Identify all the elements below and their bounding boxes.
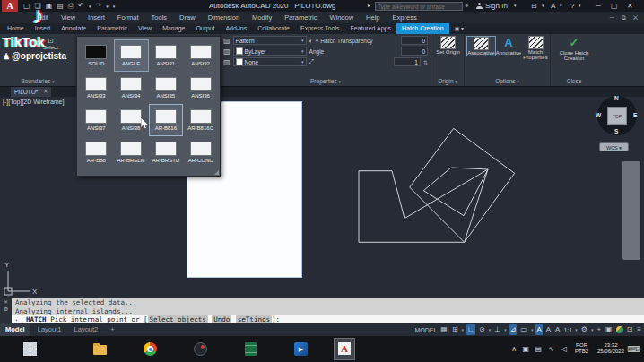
tab-collaborate[interactable]: Collaborate — [252, 23, 295, 34]
tab-express-tools[interactable]: Express Tools — [295, 23, 344, 34]
search-input[interactable] — [375, 2, 463, 11]
hardware-acceleration-icon[interactable] — [616, 326, 623, 333]
background-color-dropdown[interactable]: None▾ — [233, 57, 307, 66]
spreadsheet-app-icon[interactable] — [245, 341, 260, 357]
pattern-tile[interactable]: AR-CONC — [183, 136, 218, 168]
workspace-gear-icon[interactable]: ⚙ — [580, 324, 588, 335]
minimize-button[interactable]: ─ — [596, 0, 601, 12]
save-icon[interactable]: ▣ — [46, 2, 53, 10]
hatch-color-dropdown[interactable]: ByLayer▾ — [233, 47, 307, 56]
autodesk-app-icon[interactable]: A — [551, 0, 555, 12]
polar-caret-icon[interactable]: ▾ — [489, 327, 492, 332]
pattern-tile[interactable]: ANSI37 — [79, 104, 114, 136]
open-file-icon[interactable]: ❏ — [35, 2, 41, 10]
tab-home[interactable]: Home — [2, 23, 30, 34]
undo-icon[interactable]: ↶ — [78, 2, 84, 10]
option-settings[interactable]: seTtings — [236, 315, 272, 323]
viewcube-east[interactable]: E — [633, 112, 637, 118]
polar-tracking-icon[interactable]: ⊙ — [478, 324, 486, 335]
redo-caret-icon[interactable]: ▾ — [106, 4, 109, 9]
menu-express[interactable]: Express — [387, 12, 423, 23]
pattern-tile[interactable]: ANSI31 — [149, 39, 184, 72]
match-properties-button[interactable]: Match Properties — [522, 36, 549, 60]
plot-icon[interactable]: ⎙ — [68, 2, 74, 11]
scale-caret-icon[interactable]: ▾ — [575, 327, 578, 332]
search-icon[interactable]: ⌖ — [465, 0, 469, 12]
customization-menu-icon[interactable]: ≡ — [636, 324, 642, 335]
autocad-logo[interactable]: A — [2, 0, 18, 12]
pattern-tile[interactable]: AR-B816C — [183, 104, 218, 136]
scale-stepper[interactable]: ⇅ — [423, 59, 428, 65]
annotation-monitor-icon[interactable]: + — [596, 324, 602, 335]
tab-add-ins[interactable]: Add-ins — [220, 23, 252, 34]
snap-icon[interactable]: ⊞ — [451, 324, 459, 335]
help-caret-icon[interactable]: ▾ — [579, 0, 581, 12]
isometric-drafting-icon[interactable]: ⊥ — [493, 324, 501, 335]
boundaries-panel-footer[interactable]: Boundaries ▾ — [0, 76, 75, 86]
pattern-type-dropdown[interactable]: Pattern▾ — [233, 36, 307, 45]
qat-customize-caret-icon[interactable]: ▾ — [113, 4, 116, 9]
menu-tools[interactable]: Tools — [145, 12, 174, 23]
properties-panel-footer[interactable]: Properties ▾ — [221, 76, 431, 86]
autoscale-icon[interactable]: A — [545, 324, 552, 335]
ortho-icon[interactable]: ∟ — [466, 324, 475, 335]
tab-manage[interactable]: Manage — [157, 23, 190, 34]
redo-icon[interactable]: ↷ — [95, 2, 101, 10]
menu-view[interactable]: View — [55, 12, 82, 23]
pattern-tile[interactable]: AR-BRSTD — [149, 136, 184, 168]
sign-in-caret-icon[interactable]: ▾ — [514, 0, 517, 12]
annotation-visibility-icon[interactable]: A — [535, 324, 542, 335]
transparency-value[interactable]: 0 — [401, 36, 428, 45]
pattern-tile[interactable]: ANSI36 — [183, 72, 218, 104]
app-store-cart-icon[interactable]: ⊟ — [531, 0, 537, 12]
app-caret-icon[interactable]: ▾ — [560, 0, 562, 12]
menu-window[interactable]: Window — [323, 12, 360, 23]
pattern-tile[interactable]: AR-BRELM — [114, 136, 149, 168]
tab-hatch-creation[interactable]: Hatch Creation — [396, 23, 449, 34]
navigation-bar[interactable] — [622, 161, 640, 260]
clean-screen-icon[interactable]: ⊡ — [626, 324, 634, 335]
add-layout-button[interactable]: + — [105, 323, 119, 336]
pattern-tile[interactable]: ANSI32 — [183, 39, 218, 72]
transparency-caret-icon[interactable]: ▾ — [316, 38, 318, 43]
option-undo[interactable]: Undo — [212, 315, 231, 323]
gear-caret-icon[interactable]: ▾ — [591, 327, 594, 332]
undo-caret-icon[interactable]: ▾ — [89, 4, 91, 9]
tab-featured-apps[interactable]: Featured Apps — [344, 23, 396, 34]
pattern-tile[interactable]: ANSI35 — [149, 72, 184, 104]
tab-layout1[interactable]: Layout1 — [32, 323, 67, 336]
pattern-tile[interactable]: AR-B88 — [79, 136, 114, 168]
recorder-app-icon[interactable] — [194, 341, 209, 357]
viewcube-north[interactable]: N — [614, 95, 619, 101]
snap-caret-icon[interactable]: ▾ — [462, 327, 465, 332]
tab-model[interactable]: Model — [0, 323, 30, 336]
select-boundary-button[interactable]: ⊡ Select — [43, 37, 58, 50]
command-input-line[interactable]: ▾ HATCH Pick internal point or [Select o… — [12, 315, 644, 323]
model-space-label[interactable]: MODEL — [414, 327, 437, 333]
isolate-objects-icon[interactable]: ▣ — [605, 324, 614, 335]
viewcube[interactable]: N S W E TOP — [597, 96, 637, 135]
option-select-objects[interactable]: Select objects — [148, 315, 208, 323]
menu-modify[interactable]: Modify — [246, 12, 278, 23]
annotation-scale-value[interactable]: 1:1 — [563, 327, 572, 333]
options-panel-footer[interactable]: Options ▾ — [465, 76, 550, 86]
palette-resize-handle[interactable] — [214, 170, 219, 175]
osnap-tracking-icon[interactable]: ⊿ — [509, 324, 518, 335]
drawing-window-controls[interactable]: ─ ⧉ ✕ — [610, 12, 640, 23]
tab-layout2[interactable]: Layout2 — [69, 323, 104, 336]
tray-chevron-icon[interactable]: ∧ — [511, 336, 517, 362]
menu-format[interactable]: Format — [111, 12, 145, 23]
taskbar-autocad-active[interactable]: A — [334, 338, 355, 360]
transparency-icon[interactable]: ◐ — [309, 38, 313, 44]
file-explorer-icon[interactable] — [93, 341, 109, 357]
menu-parametric[interactable]: Parametric — [278, 12, 323, 23]
tray-network-icon[interactable]: ∿ — [548, 336, 554, 362]
save-as-icon[interactable]: ▤ — [57, 2, 64, 10]
cart-caret-icon[interactable]: ▾ — [542, 0, 544, 12]
pattern-tile[interactable]: ANGLE — [114, 39, 149, 72]
angle-value[interactable]: 0 — [401, 47, 428, 56]
menu-draw[interactable]: Draw — [173, 12, 202, 23]
clock[interactable]: 23:3225/06/2022 — [597, 336, 624, 362]
tab-parametric[interactable]: Parametric — [91, 23, 133, 34]
origin-panel-footer[interactable]: Origin ▾ — [431, 76, 464, 86]
